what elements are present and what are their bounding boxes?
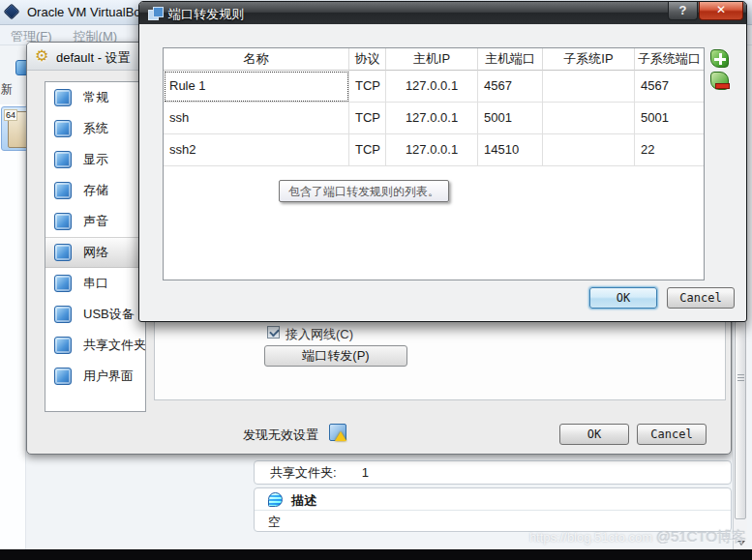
help-button[interactable]: ? [668,2,698,20]
settings-title: default - 设置 [56,49,131,67]
table-tooltip: 包含了端口转发规则的列表。 [279,180,449,202]
description-empty-value: 空 [268,514,281,531]
cell-guest-port[interactable]: 22 [635,134,704,166]
cable-connected-checkbox[interactable] [267,326,280,339]
watermark-url: https://blog.51cto.com [529,530,652,545]
table-column-header[interactable]: 主机端口 [478,48,543,71]
sidebar-item[interactable]: 存储 [45,175,145,206]
new-vm-label: 新 [1,81,13,98]
close-button[interactable]: ✕ [699,2,743,20]
cell-name[interactable]: ssh2 [164,134,349,166]
cell-guest-port[interactable]: 4567 [635,71,704,103]
sidebar-item[interactable]: 共享文件夹 [45,330,145,361]
table-row[interactable]: ssh2 TCP 127.0.0.1 14510 22 [164,134,704,166]
scrollbar-thumb[interactable] [735,321,746,519]
port-forwarding-button[interactable]: 端口转发(P) [264,345,407,367]
description-box: 描述 空 [254,487,732,532]
sidebar-item[interactable]: 网络 [45,237,145,268]
sidebar-item-label: 串口 [83,275,108,292]
cell-host-port[interactable]: 14510 [478,134,543,166]
sidebar-item[interactable]: 显示 [45,144,145,175]
serial-ports-icon [54,275,72,292]
storage-icon [54,182,72,199]
cell-guest-ip[interactable] [543,71,635,103]
shared-folders-count: 1 [362,465,369,480]
vm-badge: 64 [4,109,17,121]
user-interface-icon [54,368,72,385]
port-dialog-titlebar[interactable]: 端口转发规则 [139,2,746,24]
network-adapter-icon [148,7,162,19]
screenshot-canvas: Oracle VM VirtualBo 管理(F)控制(M)帮 新 64 共享文… [0,0,752,560]
invalid-settings-label: 发现无效设置 [243,427,318,444]
cell-name[interactable]: ssh [164,103,349,134]
cell-protocol[interactable]: TCP [349,134,386,166]
port-dialog-title: 端口转发规则 [168,6,244,23]
vm-list[interactable] [0,104,26,549]
table-row[interactable]: ssh TCP 127.0.0.1 5001 5001 [164,103,704,134]
sidebar-item-label: 用户界面 [83,368,134,385]
shared-folders-summary-box: 共享文件夹:1 [254,460,732,485]
table-column-header[interactable]: 协议 [349,48,386,71]
cell-host-ip[interactable]: 127.0.0.1 [386,71,478,103]
sidebar-item[interactable]: 声音 [45,206,145,237]
table-column-header[interactable]: 名称 [164,48,349,71]
table-column-header[interactable]: 子系统IP [543,48,635,71]
cell-host-port[interactable]: 4567 [478,71,543,103]
sidebar-item-label: 网络 [83,244,108,261]
cell-guest-port[interactable]: 5001 [635,103,704,134]
sidebar-item-label: 存储 [83,182,108,199]
watermark-handle: @51CTO博客 [656,528,746,545]
shared-folders-label: 共享文件夹: [270,465,337,480]
gear-icon: ⚙ [35,46,48,65]
table-row[interactable]: Rule 1 TCP 127.0.0.1 4567 4567 [164,71,704,103]
scrollbar-grip-icon [737,374,744,381]
port-dialog-ok-button[interactable]: OK [589,287,657,309]
cell-host-ip[interactable]: 127.0.0.1 [386,103,478,134]
sidebar-item-label: 显示 [83,151,108,168]
usb-icon [54,306,72,323]
sidebar-item[interactable]: 用户界面 [45,361,145,392]
table-header-row: 名称协议主机IP主机端口子系统IP子系统端口 [164,48,704,71]
audio-icon [54,213,72,230]
sidebar-item[interactable]: 串口 [45,268,145,299]
sidebar-item[interactable]: USB设备 [45,299,145,330]
description-title: 描述 [291,492,316,510]
cell-protocol[interactable]: TCP [349,103,386,134]
warning-icon [329,424,346,441]
port-dialog-cancel-button[interactable]: Cancel [667,287,735,309]
sidebar-item-label: USB设备 [83,306,135,323]
port-rules-table: 名称协议主机IP主机端口子系统IP子系统端口 Rule 1 TCP 127.0.… [163,47,705,280]
main-window-title: Oracle VM VirtualBo [27,5,141,19]
system-icon [54,120,72,137]
cable-connected-label: 接入网线(C) [286,326,353,343]
sidebar-item-label: 系统 [83,120,108,137]
cell-protocol[interactable]: TCP [349,71,386,103]
table-column-header[interactable]: 子系统端口 [635,48,704,71]
description-header-row[interactable]: 描述 [255,488,731,511]
sidebar-item[interactable]: 常规 [45,82,145,113]
settings-cancel-button[interactable]: Cancel [637,424,707,445]
sidebar-item-label: 常规 [83,89,108,106]
sidebar-item-label: 共享文件夹 [83,337,146,354]
watermark: https://blog.51cto.com @51CTO博客 [529,528,746,546]
display-icon [54,151,72,168]
cell-name[interactable]: Rule 1 [164,71,349,103]
details-scrollbar[interactable] [733,319,747,549]
sidebar-item-label: 声音 [83,213,108,230]
network-icon [54,244,72,261]
cell-host-ip[interactable]: 127.0.0.1 [386,134,478,166]
add-rule-icon[interactable] [710,49,729,68]
remove-rule-icon[interactable] [710,72,729,90]
shared-folders-icon [54,337,72,354]
cell-guest-ip[interactable] [543,134,635,166]
settings-ok-button[interactable]: OK [559,424,629,445]
sidebar-item[interactable]: 系统 [45,113,145,144]
general-icon [54,89,72,106]
table-column-header[interactable]: 主机IP [386,48,478,71]
settings-sidebar: 常规 系统 显示 存储 声音 网络 串口 USB设备 [45,81,146,412]
screen-bottom-strip [0,549,752,560]
virtualbox-logo-icon [4,4,20,20]
description-icon [268,492,283,507]
cell-guest-ip[interactable] [543,103,635,134]
cell-host-port[interactable]: 5001 [478,103,543,134]
